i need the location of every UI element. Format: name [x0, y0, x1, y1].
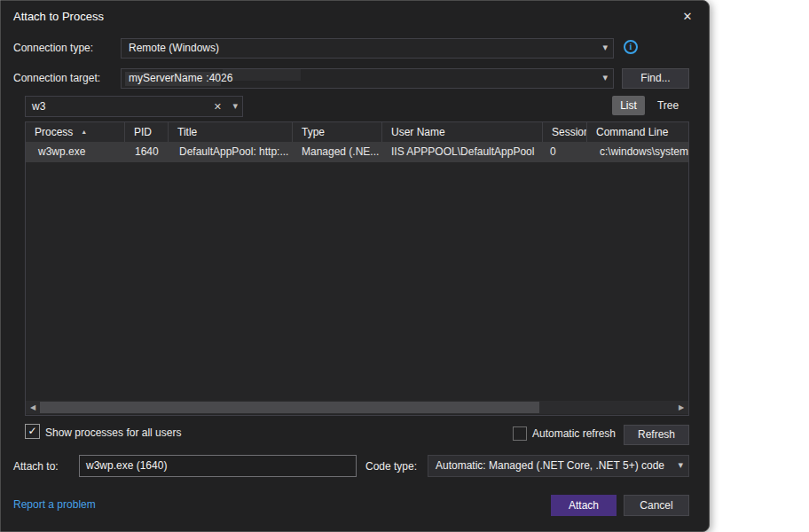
sort-ascending-icon: ▲	[81, 129, 87, 135]
chevron-down-icon[interactable]: ▾	[602, 72, 608, 83]
refresh-button[interactable]: Refresh	[624, 425, 689, 445]
cell-type: Managed (.NE...	[293, 142, 382, 162]
code-type-combobox[interactable]: Automatic: Managed (.NET Core, .NET 5+) …	[428, 455, 689, 477]
horizontal-scrollbar[interactable]: ◀ ▶	[26, 401, 688, 414]
connection-type-label: Connection type:	[13, 42, 93, 54]
attach-to-label: Attach to:	[13, 460, 59, 473]
process-table: Process▲ PID Title Type User Name Sessio…	[25, 121, 689, 416]
cell-pid: 1640	[125, 142, 169, 162]
connection-target-port: :4026	[206, 72, 232, 84]
scroll-right-icon[interactable]: ▶	[675, 401, 687, 414]
dialog-title: Attach to Process	[13, 10, 104, 23]
code-type-value: Automatic: Managed (.NET Core, .NET 5+) …	[436, 456, 664, 476]
show-all-users-checkbox[interactable]: ✓	[25, 424, 40, 439]
column-header-command-line[interactable]: Command Line	[587, 122, 688, 142]
code-type-label: Code type:	[365, 460, 417, 473]
target-secondary-highlight	[223, 69, 301, 81]
column-header-process[interactable]: Process▲	[26, 122, 125, 142]
automatic-refresh-label: Automatic refresh	[532, 427, 616, 440]
clear-filter-icon[interactable]: ✕	[214, 101, 222, 113]
cell-title: DefaultAppPool: http:...	[169, 142, 293, 162]
connection-target-host: myServerName	[129, 72, 202, 84]
chevron-down-icon[interactable]: ▾	[678, 459, 683, 471]
connection-type-value: Remote (Windows)	[129, 39, 219, 58]
column-header-pid[interactable]: PID	[125, 122, 169, 142]
connection-type-combobox[interactable]: Remote (Windows) ▾	[121, 38, 614, 59]
cell-session: 0	[543, 142, 587, 162]
column-header-type[interactable]: Type	[293, 122, 382, 142]
cell-user-name: IIS APPPOOL\DefaultAppPool	[382, 142, 543, 162]
report-a-problem-link[interactable]: Report a problem	[13, 498, 96, 511]
table-header-row: Process▲ PID Title Type User Name Sessio…	[26, 122, 688, 142]
show-all-users-label: Show processes for all users	[45, 426, 181, 439]
connection-target-label: Connection target:	[13, 72, 100, 84]
view-toggle-tree[interactable]: Tree	[649, 96, 687, 115]
attach-to-field[interactable]: w3wp.exe (1640)	[79, 455, 357, 477]
column-header-session[interactable]: Session	[543, 122, 587, 142]
scrollbar-thumb[interactable]	[40, 402, 539, 413]
table-row[interactable]: w3wp.exe 1640 DefaultAppPool: http:... M…	[26, 142, 688, 162]
check-icon: ✓	[27, 425, 36, 437]
cell-process: w3wp.exe	[26, 142, 125, 162]
chevron-down-icon[interactable]: ▾	[602, 42, 608, 53]
process-filter-input[interactable]: w3 ✕ ▾	[25, 96, 243, 117]
attach-to-process-dialog: Attach to Process ✕ Connection type: Rem…	[0, 0, 710, 532]
find-button[interactable]: Find...	[622, 68, 689, 89]
column-header-user-name[interactable]: User Name	[382, 122, 543, 142]
cancel-button[interactable]: Cancel	[624, 495, 689, 516]
info-icon[interactable]: i	[624, 40, 638, 54]
cell-command-line: c:\windows\system	[587, 142, 688, 162]
view-toggle-list[interactable]: List	[612, 96, 645, 115]
chevron-down-icon[interactable]: ▾	[232, 100, 238, 112]
filter-value: w3	[32, 100, 45, 113]
desktop-background: Attach to Process ✕ Connection type: Rem…	[0, 0, 809, 532]
scroll-left-icon[interactable]: ◀	[27, 401, 39, 414]
column-header-title[interactable]: Title	[169, 122, 293, 142]
close-icon[interactable]: ✕	[675, 6, 700, 27]
attach-button[interactable]: Attach	[551, 495, 617, 516]
connection-target-combobox[interactable]: myServerName:4026 ▾	[121, 68, 614, 89]
automatic-refresh-checkbox[interactable]	[513, 426, 527, 441]
